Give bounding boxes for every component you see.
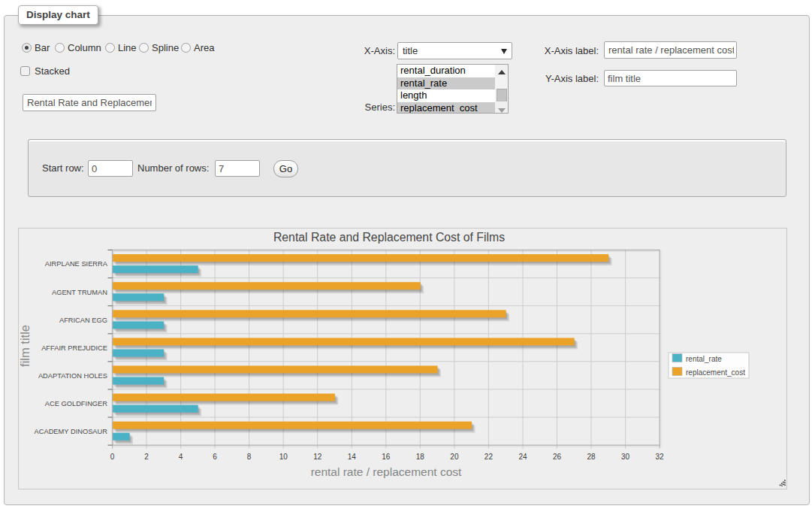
svg-text:32: 32 (656, 453, 665, 461)
svg-text:rental rate / replacement cost: rental rate / replacement cost (311, 465, 462, 478)
svg-text:ACADEMY DINOSAUR: ACADEMY DINOSAUR (35, 428, 108, 435)
svg-text:8: 8 (247, 453, 252, 461)
svg-text:18: 18 (416, 453, 425, 461)
svg-text:film title: film title (19, 325, 32, 367)
svg-text:22: 22 (484, 453, 494, 461)
svg-text:4: 4 (179, 453, 183, 461)
svg-text:replacement_cost: replacement_cost (686, 368, 745, 377)
svg-text:AFRICAN EGG: AFRICAN EGG (59, 317, 107, 324)
svg-text:rental_rate: rental_rate (686, 355, 722, 363)
svg-text:20: 20 (450, 453, 459, 461)
svg-text:14: 14 (348, 453, 357, 461)
svg-text:AIRPLANE SIERRA: AIRPLANE SIERRA (45, 260, 108, 268)
svg-text:AGENT TRUMAN: AGENT TRUMAN (52, 289, 107, 296)
svg-text:16: 16 (382, 453, 391, 461)
svg-text:12: 12 (313, 453, 322, 461)
svg-text:6: 6 (213, 453, 217, 461)
svg-text:26: 26 (553, 453, 562, 461)
svg-text:0: 0 (110, 453, 115, 461)
svg-text:AFFAIR PREJUDICE: AFFAIR PREJUDICE (41, 344, 107, 352)
svg-text:ACE GOLDFINGER: ACE GOLDFINGER (45, 400, 107, 407)
svg-text:24: 24 (518, 453, 527, 461)
svg-text:28: 28 (587, 453, 596, 461)
svg-text:10: 10 (279, 453, 288, 461)
svg-text:ADAPTATION HOLES: ADAPTATION HOLES (38, 372, 107, 380)
svg-text:30: 30 (621, 453, 630, 461)
svg-text:2: 2 (144, 453, 149, 461)
svg-text:Rental Rate and Replacement Co: Rental Rate and Replacement Cost of Film… (273, 231, 505, 244)
